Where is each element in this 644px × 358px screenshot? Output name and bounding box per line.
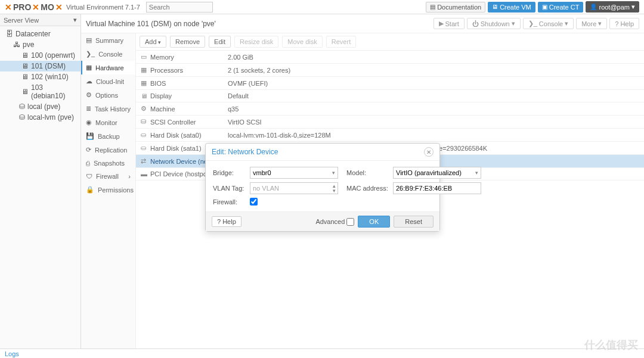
add-button[interactable]: Add — [140, 36, 166, 48]
hw-row-sata0[interactable]: ⛀Hard Disk (sata0)local-lvm:vm-101-disk-… — [136, 129, 644, 142]
subnav-firewall[interactable]: 🛡Firewall› — [81, 170, 135, 183]
create-vm-button[interactable]: 🖥 Create VM — [488, 2, 535, 13]
logo-text-mo: MO — [41, 2, 54, 12]
close-button[interactable]: ✕ — [424, 147, 434, 157]
logo-text-pro: PRO — [13, 2, 31, 12]
help-icon: ? — [615, 20, 618, 27]
dialog-help-button[interactable]: ?Help — [212, 216, 242, 227]
tree-vm-100[interactable]: 🖥 100 (openwrt) — [0, 50, 80, 61]
monitor-icon: 🖥 — [21, 51, 29, 60]
chip-icon: ▦ — [86, 64, 92, 71]
logs-panel-header[interactable]: Logs — [0, 348, 644, 358]
subnav-backup[interactable]: 💾Backup — [81, 129, 135, 143]
chevron-down-icon: ▾ — [512, 20, 515, 27]
network-icon: ⇄ — [141, 157, 150, 165]
hw-row-display[interactable]: 🖥DisplayDefault — [136, 90, 644, 102]
more-button[interactable]: More▾ — [576, 18, 607, 29]
disk-icon: ⛁ — [19, 113, 25, 122]
mac-label: MAC address: — [346, 185, 389, 192]
help-button[interactable]: ?Help — [609, 18, 639, 29]
advanced-toggle[interactable]: Advanced — [315, 218, 354, 226]
book-icon: ▤ — [430, 4, 435, 10]
subnav-cloudinit[interactable]: ☁Cloud-Init — [81, 74, 135, 88]
edit-button[interactable]: Edit — [209, 36, 231, 48]
lock-icon: 🔒 — [86, 186, 94, 194]
monitor-icon: 🖥 — [21, 73, 29, 81]
logo-x-icon: ✕ — [55, 2, 63, 12]
view-selector[interactable]: Server View ▾ — [0, 14, 80, 26]
create-ct-button[interactable]: ▣ Create CT — [538, 2, 584, 13]
tree-node-pve[interactable]: 🖧 pve — [0, 39, 80, 50]
hw-row-bios[interactable]: ▦BIOSOVMF (UEFI) — [136, 77, 644, 90]
revert-button: Revert — [326, 36, 356, 48]
bridge-select[interactable] — [250, 167, 338, 179]
ok-button[interactable]: OK — [358, 216, 390, 228]
monitor-icon: 🖥 — [21, 62, 29, 70]
main-header: ✕ PRO ✕ MO ✕ Virtual Environment 7.1-7 ▤… — [0, 0, 644, 14]
logo: ✕ PRO ✕ MO ✕ — [5, 2, 63, 12]
shield-icon: 🛡 — [86, 173, 92, 180]
bridge-label: Bridge: — [213, 169, 246, 176]
chevron-down-icon: ▾ — [631, 3, 635, 11]
move-disk-button: Move disk — [282, 36, 323, 48]
documentation-button[interactable]: ▤ Documentation — [426, 2, 485, 13]
subnav-snapshots[interactable]: ⎙Snapshots — [81, 157, 135, 170]
monitor-icon: 🖥 — [21, 88, 29, 96]
version-text: Virtual Environment 7.1-7 — [66, 4, 140, 11]
terminal-icon: ❯_ — [528, 20, 537, 27]
cpu-icon: ▦ — [141, 66, 150, 74]
gear-icon: ⚙ — [141, 105, 150, 113]
memory-icon: ▭ — [141, 53, 150, 61]
console-button[interactable]: ❯_Console▾ — [523, 18, 574, 29]
page-title: Virtual Machine 101 (DSM) on node 'pve' — [86, 20, 216, 28]
cube-icon: ▣ — [542, 4, 547, 10]
disk-icon: ⛀ — [141, 131, 150, 139]
mac-input[interactable] — [393, 182, 481, 194]
tree-vm-103[interactable]: 🖥 103 (debian10) — [0, 82, 80, 101]
gear-icon: ⚙ — [86, 91, 92, 99]
hw-row-scsi[interactable]: ⛁SCSI ControllerVirtIO SCSI — [136, 116, 644, 129]
play-icon: ▶ — [439, 20, 444, 27]
model-label: Model: — [346, 169, 389, 176]
list-icon: ▤ — [86, 36, 92, 44]
remove-button[interactable]: Remove — [170, 36, 205, 48]
tree-storage-local-lvm[interactable]: ⛁ local-lvm (pve) — [0, 112, 80, 123]
vlan-label: VLAN Tag: — [213, 185, 246, 192]
power-icon: ⏻ — [472, 20, 479, 27]
hw-row-processors[interactable]: ▦Processors2 (1 sockets, 2 cores) — [136, 64, 644, 77]
subnav-hardware[interactable]: ▦Hardware — [81, 61, 135, 74]
hardware-toolbar: Add Remove Edit Resize disk Move disk Re… — [136, 33, 644, 51]
subnav-options[interactable]: ⚙Options — [81, 88, 135, 102]
subnav-summary[interactable]: ▤Summary — [81, 33, 135, 47]
subnav-permissions[interactable]: 🔒Permissions — [81, 183, 135, 197]
tree-vm-101[interactable]: 🖥 101 (DSM) — [0, 61, 80, 71]
resource-tree-panel: Server View ▾ 🗄 Datacenter 🖧 pve 🖥 100 (… — [0, 14, 81, 348]
dialog-title: Edit: Network Device — [212, 148, 278, 156]
hw-row-memory[interactable]: ▭Memory2.00 GiB — [136, 51, 644, 64]
terminal-icon: ❯_ — [86, 50, 95, 58]
model-select[interactable] — [393, 167, 481, 179]
sync-icon: ⟳ — [86, 146, 91, 154]
chevron-down-icon: ▾ — [598, 20, 602, 27]
firewall-checkbox[interactable] — [250, 198, 258, 206]
stepper-icon[interactable]: ▴▾ — [333, 183, 336, 193]
user-menu-button[interactable]: 👤 root@pam ▾ — [586, 1, 639, 13]
hw-row-machine[interactable]: ⚙Machineq35 — [136, 102, 644, 116]
start-button[interactable]: ▶Start — [434, 18, 465, 29]
tree-vm-102[interactable]: 🖥 102 (win10) — [0, 71, 80, 82]
subnav-console[interactable]: ❯_Console — [81, 47, 135, 61]
chip-icon: ▦ — [141, 79, 150, 87]
tree-datacenter[interactable]: 🗄 Datacenter — [0, 29, 80, 39]
subnav-replication[interactable]: ⟳Replication — [81, 143, 135, 157]
search-input[interactable] — [146, 2, 213, 13]
subnav-taskhistory[interactable]: ≣Task History — [81, 102, 135, 116]
advanced-checkbox[interactable] — [346, 218, 354, 226]
shutdown-button[interactable]: ⏻Shutdown▾ — [467, 18, 521, 29]
tree-storage-local[interactable]: ⛁ local (pve) — [0, 101, 80, 112]
vlan-input[interactable] — [250, 182, 338, 194]
pci-icon: ▬ — [141, 170, 150, 178]
subnav-monitor[interactable]: ◉Monitor — [81, 116, 135, 129]
disk-icon: ⛁ — [19, 102, 25, 111]
reset-button[interactable]: Reset — [394, 216, 434, 228]
disk-icon: ⛁ — [141, 118, 150, 126]
